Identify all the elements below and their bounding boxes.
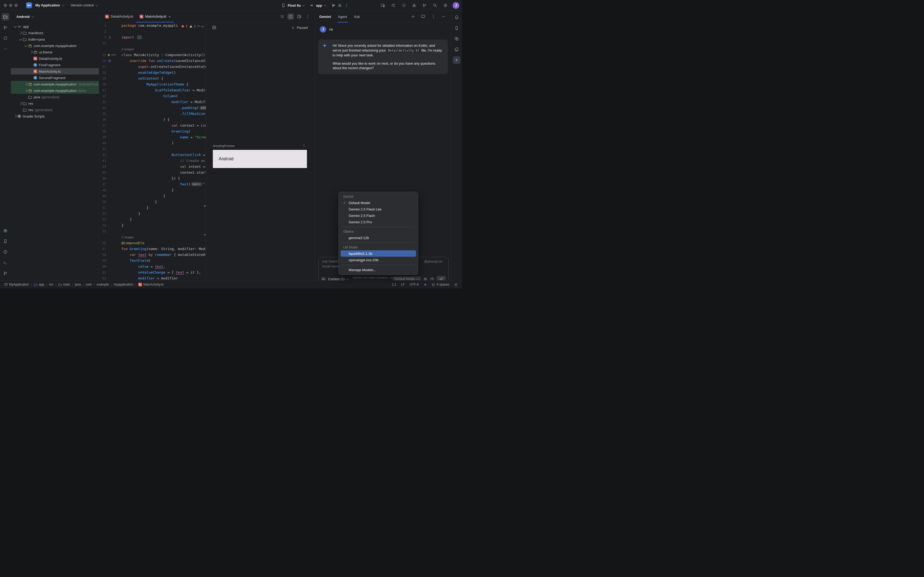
run-more-icon[interactable] — [344, 3, 349, 8]
tree-item-firstfragment[interactable]: CFirstFragment — [11, 62, 99, 68]
tab-agent[interactable]: Agent — [338, 11, 347, 22]
branch-button[interactable] — [422, 2, 428, 8]
model-option-gemini-2-5-pro[interactable]: Gemini 2.5 Pro — [341, 219, 416, 225]
code-line-34[interactable]: .padding(pad — [121, 105, 206, 111]
indentation[interactable]: 4 spaces — [432, 283, 449, 286]
code-line-39[interactable]: name = "Scree — [121, 134, 206, 140]
model-option-gemini-2-5-flash[interactable]: Gemini 2.5 Flash — [341, 212, 416, 219]
tree-item-secondfragment[interactable]: CSecondFragment — [11, 74, 99, 81]
profile-avatar[interactable]: J — [452, 2, 459, 9]
preview-view-mode-icon[interactable] — [212, 25, 216, 30]
code-line-48[interactable]: } — [121, 187, 206, 193]
code-line-57[interactable]: fun Greeting(name: String, modifier: Mod… — [121, 246, 206, 252]
task-list-button[interactable] — [401, 2, 407, 8]
model-option-default-model[interactable]: ✓Default Model — [341, 200, 416, 206]
code-line-44[interactable]: val intent = — [121, 164, 206, 169]
device-mirror-button[interactable] — [380, 2, 386, 8]
preview-paused-chip[interactable]: Paused — [291, 26, 308, 30]
code-line-30[interactable]: MyApplicationTheme { — [121, 82, 206, 87]
profiler-button[interactable] — [411, 2, 417, 8]
tree-item-com-example-myapplication-androidtest[interactable]: com.example.myapplication(androidTest) — [11, 81, 99, 87]
editor-layout-button[interactable] — [296, 13, 302, 20]
split-editor-button[interactable] — [288, 13, 294, 20]
gemini-more-button[interactable] — [430, 13, 436, 20]
tree-item-manifests[interactable]: manifests — [11, 30, 99, 36]
encoding[interactable]: UTF-8 — [410, 283, 419, 286]
whats-new-tool-button[interactable] — [2, 227, 9, 234]
fold-region-icon[interactable] — [107, 36, 110, 39]
running-devices-button[interactable] — [453, 24, 460, 32]
tree-item-detailactivity-kt[interactable]: KDetailActivity.kt — [11, 55, 99, 62]
code-line-35[interactable]: .fillMaxSize( — [121, 111, 206, 117]
code-line-54[interactable]: } — [121, 222, 206, 228]
close-window-icon[interactable] — [4, 4, 7, 7]
notifications-button[interactable] — [453, 14, 460, 21]
override-marker-icon[interactable] — [108, 59, 111, 63]
inspections-widget[interactable]: 1 1 — [179, 24, 204, 29]
project-widget[interactable]: My Application — [35, 3, 64, 7]
tree-item-com-example-myapplication-test[interactable]: com.example.myapplication(test) — [11, 87, 99, 94]
gemini-button[interactable] — [453, 56, 460, 64]
code-line-42[interactable]: Button(onClick = — [121, 152, 206, 158]
breadcrumb-java[interactable]: java — [75, 283, 81, 286]
tree-item-ui-theme[interactable]: ui.theme — [11, 49, 99, 55]
maximize-window-icon[interactable] — [15, 4, 18, 7]
tree-item-com-example-myapplication[interactable]: com.example.myapplication — [11, 42, 99, 49]
inspections-list-button[interactable] — [279, 13, 285, 20]
code-line-58[interactable]: var text by remember { mutableStateOf — [121, 252, 206, 258]
tree-item-kotlin-java[interactable]: kotlin+java — [11, 36, 99, 42]
code-line-49[interactable]: } — [121, 193, 206, 199]
breadcrumb-com[interactable]: com — [86, 283, 92, 286]
scrollbar-warning-mark[interactable] — [204, 205, 205, 206]
compose-preview-render[interactable]: Android — [213, 150, 307, 168]
ai-search-button[interactable] — [390, 2, 396, 8]
project-tool-button[interactable] — [2, 13, 9, 21]
device-selector[interactable]: Pixel 9a — [281, 3, 305, 8]
tree-item-res[interactable]: res — [11, 100, 99, 106]
editor-tab-mainactivity-kt[interactable]: KMainActivity.kt× — [136, 11, 174, 22]
code-line-32[interactable]: Column( — [121, 93, 206, 99]
next-problem-icon[interactable] — [201, 24, 204, 27]
scrollbar-error-mark[interactable] — [204, 234, 205, 235]
breadcrumb-mainactivity-kt[interactable]: KMainActivity.kt — [138, 283, 164, 286]
tree-item-gradle-scripts[interactable]: GGradle Scripts — [11, 113, 99, 119]
terminal-tool-button[interactable] — [2, 259, 9, 266]
compose-preview-icon[interactable]: </> — [111, 53, 116, 57]
code-line-50[interactable]: } — [121, 199, 206, 205]
model-option-liquid-lfm2-1-2b[interactable]: liquid/lfm2-1.2b — [341, 250, 416, 257]
run-config-selector[interactable]: app — [310, 3, 326, 8]
breadcrumb-example[interactable]: example — [97, 283, 109, 286]
version-control-tool-button[interactable] — [2, 269, 9, 277]
more-tool-windows-button[interactable] — [2, 45, 9, 53]
code-line-28[interactable]: enableEdgeToEdge() — [121, 70, 206, 76]
breadcrumb-main[interactable]: main — [58, 283, 70, 286]
layout-inspector-button[interactable] — [453, 35, 460, 42]
tree-item-app[interactable]: app — [11, 23, 99, 30]
code-line-46[interactable]: }) { — [121, 176, 206, 181]
editor-more-button[interactable] — [305, 13, 311, 20]
vcs-widget[interactable]: Version control — [71, 3, 98, 7]
code-line-51[interactable]: } — [121, 205, 206, 211]
model-option-gemini-2-5-flash-lite[interactable]: Gemini 2.5 Flash Lite — [341, 206, 416, 212]
code-line-25[interactable]: class MainActivity : ComponentActivity() — [121, 52, 206, 58]
code-line-52[interactable]: } — [121, 211, 206, 217]
caret-position[interactable]: 1:1 — [392, 283, 396, 286]
breadcrumb-app[interactable]: app — [34, 283, 44, 286]
readonly-toggle[interactable] — [454, 283, 458, 286]
code-line-3[interactable]: import ... — [121, 34, 206, 40]
code-line-60[interactable]: value = text, — [121, 264, 206, 269]
close-tab-icon[interactable]: × — [169, 15, 171, 19]
code-line-53[interactable]: } — [121, 217, 206, 222]
code-line-27[interactable]: super.onCreate(savedInstanceState — [121, 64, 206, 70]
tree-item-mainactivity-kt[interactable]: KMainActivity.kt — [11, 68, 99, 74]
chat-history-button[interactable] — [420, 13, 426, 20]
hide-panel-button[interactable] — [440, 13, 447, 20]
code-line-29[interactable]: setContent { — [121, 76, 206, 82]
search-button[interactable] — [432, 2, 438, 8]
code-line-56[interactable]: @Composable — [121, 240, 206, 246]
breadcrumb-src[interactable]: src — [49, 283, 53, 286]
commit-tool-button[interactable] — [2, 24, 9, 31]
code-line-47[interactable]: Text(text = " — [121, 181, 206, 187]
code-editor[interactable]: 1package com.example.myappli23import ...… — [99, 23, 206, 280]
code-line-37[interactable]: val context = Loc — [121, 122, 206, 129]
